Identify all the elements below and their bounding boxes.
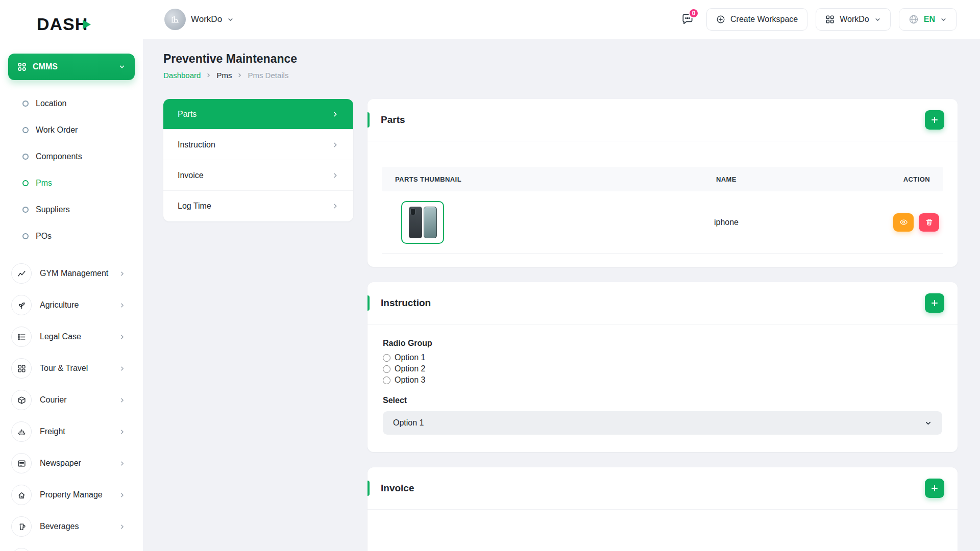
sidebar-item-label: Newspaper bbox=[40, 459, 111, 468]
delete-part-button[interactable] bbox=[919, 213, 939, 232]
sidebar-item-components[interactable]: Components bbox=[0, 143, 143, 170]
sidebar-item-pos[interactable]: POs bbox=[0, 223, 143, 249]
column-thumbnail: PARTS THUMBNAIL bbox=[382, 176, 611, 183]
tab-label: Parts bbox=[178, 110, 197, 119]
radio-option-3[interactable]: Option 3 bbox=[383, 375, 942, 385]
chevron-right-icon bbox=[119, 523, 126, 530]
card-accent-bar bbox=[368, 295, 370, 311]
cutlery-icon bbox=[11, 548, 32, 551]
chevron-right-icon bbox=[119, 460, 126, 467]
chevron-right-icon bbox=[119, 365, 126, 372]
chat-badge: 0 bbox=[689, 8, 699, 18]
workdo-menu-button[interactable]: WorkDo bbox=[816, 8, 891, 31]
option-select[interactable]: Option 1 bbox=[383, 411, 942, 435]
sidebar-item-tour-travel[interactable]: Tour & Travel bbox=[0, 353, 143, 384]
workspace-selector[interactable]: WorkDo bbox=[164, 9, 234, 30]
sidebar-item-label: GYM Management bbox=[40, 269, 111, 278]
tab-label: Invoice bbox=[178, 171, 204, 180]
select-value: Option 1 bbox=[393, 418, 424, 428]
select-label: Select bbox=[383, 396, 942, 405]
add-invoice-button[interactable] bbox=[925, 479, 944, 498]
view-part-button[interactable] bbox=[893, 213, 914, 232]
breadcrumb-dashboard[interactable]: Dashboard bbox=[163, 71, 201, 80]
instruction-card-header: Instruction bbox=[368, 282, 958, 324]
sidebar-item-work-order[interactable]: Work Order bbox=[0, 117, 143, 143]
list-icon bbox=[11, 327, 32, 347]
breadcrumb: Dashboard Pms Pms Details bbox=[163, 71, 958, 80]
chevron-down-icon bbox=[940, 16, 947, 23]
tab-label: Log Time bbox=[178, 202, 211, 211]
sidebar-item-label: Location bbox=[36, 99, 67, 108]
sidebar-item-pms[interactable]: Pms bbox=[0, 170, 143, 196]
sidebar-item-restaurant[interactable]: Restaurant bbox=[0, 542, 143, 551]
radio-input[interactable] bbox=[383, 365, 390, 373]
phone-image bbox=[409, 207, 422, 238]
card-accent-bar bbox=[368, 112, 370, 128]
cmms-subnav: Location Work Order Components Pms Suppl… bbox=[0, 85, 143, 256]
divider bbox=[368, 509, 958, 510]
brand-logo-text: DASH bbox=[37, 14, 88, 34]
bullet-icon bbox=[22, 233, 29, 239]
sidebar-item-gym-management[interactable]: GYM Management bbox=[0, 258, 143, 289]
sidebar-item-cmms[interactable]: CMMS bbox=[8, 54, 135, 80]
breadcrumb-pms-details: Pms Details bbox=[248, 71, 288, 80]
tab-log-time[interactable]: Log Time bbox=[163, 191, 353, 221]
part-thumbnail-cell bbox=[382, 201, 611, 244]
part-name: iphone bbox=[611, 218, 841, 227]
sidebar-item-newspaper[interactable]: Newspaper bbox=[0, 447, 143, 479]
tab-parts[interactable]: Parts bbox=[163, 99, 353, 130]
grid-icon bbox=[11, 358, 32, 379]
chat-button[interactable]: 0 bbox=[681, 13, 694, 26]
brand-logo[interactable]: DASH bbox=[0, 0, 143, 34]
sidebar-item-label: Pms bbox=[36, 179, 52, 188]
invoice-card: Invoice bbox=[368, 467, 958, 551]
phone-image bbox=[424, 207, 437, 238]
tab-instruction[interactable]: Instruction bbox=[163, 130, 353, 160]
breadcrumb-pms[interactable]: Pms bbox=[216, 71, 232, 80]
sidebar-item-courier[interactable]: Courier bbox=[0, 384, 143, 416]
sidebar-item-property-manage[interactable]: Property Manage bbox=[0, 479, 143, 511]
tab-invoice[interactable]: Invoice bbox=[163, 160, 353, 191]
bullet-icon bbox=[22, 207, 29, 213]
chevron-down-icon bbox=[227, 16, 234, 23]
workdo-menu-label: WorkDo bbox=[840, 15, 869, 24]
sidebar-item-label: Agriculture bbox=[40, 300, 111, 310]
brand-logo-arrow-icon bbox=[83, 20, 91, 29]
workspace-name: WorkDo bbox=[191, 14, 222, 24]
sidebar-item-label: Suppliers bbox=[36, 205, 70, 214]
globe-icon bbox=[909, 14, 919, 24]
part-actions bbox=[841, 213, 943, 232]
add-part-button[interactable] bbox=[925, 110, 944, 130]
part-thumbnail[interactable] bbox=[401, 201, 444, 244]
language-selector[interactable]: EN bbox=[899, 8, 957, 31]
sidebar-item-label: Freight bbox=[40, 427, 111, 436]
radio-option-label: Option 2 bbox=[395, 364, 425, 373]
chevron-right-icon bbox=[119, 334, 126, 340]
radio-option-2[interactable]: Option 2 bbox=[383, 364, 942, 373]
sidebar-item-legal-case[interactable]: Legal Case bbox=[0, 321, 143, 353]
parts-card-title: Parts bbox=[381, 114, 405, 126]
sidebar-item-label: POs bbox=[36, 232, 52, 241]
chevron-right-icon bbox=[332, 141, 339, 148]
sidebar-item-label: Beverages bbox=[40, 522, 111, 531]
radio-input[interactable] bbox=[383, 354, 390, 362]
sidebar-item-label: Tour & Travel bbox=[40, 364, 111, 373]
sidebar-item-suppliers[interactable]: Suppliers bbox=[0, 196, 143, 223]
radio-option-1[interactable]: Option 1 bbox=[383, 353, 942, 362]
sidebar-item-agriculture[interactable]: Agriculture bbox=[0, 289, 143, 321]
create-workspace-button[interactable]: Create Workspace bbox=[706, 8, 807, 31]
language-label: EN bbox=[924, 15, 935, 24]
radio-input[interactable] bbox=[383, 377, 390, 384]
content-layout: Parts Instruction Invoice Log Time bbox=[163, 99, 958, 551]
sidebar-item-location[interactable]: Location bbox=[0, 90, 143, 117]
chevron-right-icon bbox=[237, 72, 242, 78]
sidebar-item-beverages[interactable]: Beverages bbox=[0, 511, 143, 542]
chevron-right-icon bbox=[119, 302, 126, 309]
sidebar-item-freight[interactable]: Freight bbox=[0, 416, 143, 447]
drink-cup-icon bbox=[11, 516, 32, 537]
add-instruction-button[interactable] bbox=[925, 293, 944, 313]
bullet-icon bbox=[22, 180, 29, 186]
page-title: Preventive Maintenance bbox=[163, 52, 958, 66]
chevron-right-icon bbox=[332, 111, 339, 118]
ship-icon bbox=[11, 421, 32, 442]
